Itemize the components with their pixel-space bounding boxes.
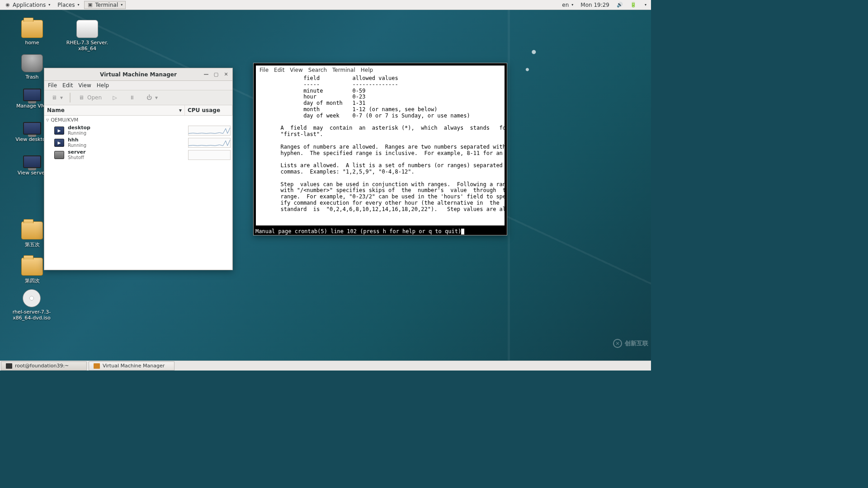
vmm-toolbar: 🖥▾ 🖥Open ▷ ⏸ ⏻▾ bbox=[44, 90, 232, 105]
volume-icon: 🔊 bbox=[617, 2, 623, 8]
icon-label: View server bbox=[18, 170, 47, 176]
vmm-body[interactable]: ▽ QEMU/KVM ▶desktopRunning▶hhhRunningser… bbox=[44, 116, 232, 270]
terminal-content[interactable]: field allowed values ----- -------------… bbox=[256, 75, 505, 225]
cursor-icon bbox=[461, 229, 464, 235]
battery-indicator[interactable]: 🔋 bbox=[627, 1, 639, 9]
clock-label: Mon 19:29 bbox=[580, 2, 609, 8]
taskbar-label: Virtual Machine Manager bbox=[103, 363, 165, 369]
open-label: Open bbox=[87, 94, 102, 101]
vm-thumb-icon: ▶ bbox=[54, 127, 64, 135]
screen-icon bbox=[23, 155, 41, 168]
panel-terminal-button[interactable]: ▣ Terminal ▾ bbox=[84, 1, 126, 9]
vmm-titlebar[interactable]: Virtual Machine Manager — ▢ ✕ bbox=[44, 68, 232, 81]
terminal-menubar: File Edit View Search Terminal Help bbox=[256, 66, 505, 75]
chevron-down-icon: ▾ bbox=[571, 3, 573, 7]
menu-search[interactable]: Search bbox=[308, 67, 327, 73]
screen-icon bbox=[23, 89, 41, 101]
vm-name: desktop bbox=[68, 125, 184, 131]
terminal-status: Manual page crontab(5) line 102 (press h… bbox=[254, 228, 507, 235]
icon-label: home bbox=[25, 40, 39, 46]
watermark: ✕ 创新互联 bbox=[613, 339, 648, 348]
vm-state: Shutoff bbox=[68, 155, 184, 160]
taskbar-terminal[interactable]: root@foundation39:~ bbox=[1, 361, 87, 371]
desktop-icon-rhel-drive[interactable]: RHEL-7.3 Server. x86_64 bbox=[62, 20, 112, 52]
col-cpu[interactable]: CPU usage bbox=[185, 105, 232, 115]
pause-icon: ⏸ bbox=[128, 94, 136, 101]
connection-row[interactable]: ▽ QEMU/KVM bbox=[44, 116, 232, 124]
vm-row[interactable]: serverShutoff bbox=[44, 149, 232, 161]
activities-icon: ◉ bbox=[5, 2, 11, 8]
icon-label: Manage VMs bbox=[16, 103, 48, 109]
clock[interactable]: Mon 19:29 bbox=[578, 1, 612, 9]
close-button[interactable]: ✕ bbox=[222, 70, 231, 79]
toolbar-separator bbox=[70, 93, 71, 103]
col-name-label: Name bbox=[47, 107, 65, 113]
volume-indicator[interactable]: 🔊 bbox=[614, 1, 626, 9]
maximize-button[interactable]: ▢ bbox=[212, 70, 221, 79]
icon-label: Trash bbox=[25, 74, 38, 80]
system-menu[interactable]: ▾ bbox=[641, 2, 649, 8]
new-vm-button[interactable]: 🖥▾ bbox=[47, 92, 66, 103]
vm-row[interactable]: ▶hhhRunning bbox=[44, 136, 232, 149]
vm-thumb-icon: ▶ bbox=[54, 139, 64, 147]
col-name[interactable]: Name▾ bbox=[44, 105, 185, 115]
vmm-title: Virtual Machine Manager bbox=[100, 71, 177, 78]
minimize-button[interactable]: — bbox=[202, 70, 211, 79]
screen-icon bbox=[23, 122, 41, 135]
folder-icon bbox=[21, 258, 43, 276]
applications-menu[interactable]: ◉ Applications ▾ bbox=[2, 1, 53, 9]
cpu-sparkline bbox=[188, 150, 231, 160]
terminal-window: File Edit View Search Terminal Help fiel… bbox=[253, 63, 507, 235]
vmm-column-headers: Name▾ CPU usage bbox=[44, 105, 232, 116]
terminal-icon: ▣ bbox=[87, 2, 94, 8]
menu-file[interactable]: File bbox=[259, 67, 269, 73]
vm-name: hhh bbox=[68, 137, 184, 143]
terminal-icon bbox=[6, 363, 12, 369]
chevron-down-icon: ▾ bbox=[179, 107, 182, 113]
vm-name: server bbox=[68, 150, 184, 155]
battery-icon: 🔋 bbox=[630, 2, 637, 8]
vm-info: serverShutoff bbox=[68, 150, 184, 160]
open-button[interactable]: 🖥Open bbox=[74, 92, 105, 103]
cpu-sparkline bbox=[188, 138, 231, 148]
menu-edit[interactable]: Edit bbox=[274, 67, 284, 73]
desktop[interactable]: home RHEL-7.3 Server. x86_64 Trash Manag… bbox=[0, 10, 651, 361]
icon-label: 第五次 bbox=[25, 242, 40, 248]
folder-icon bbox=[21, 20, 43, 38]
taskbar-vmm[interactable]: Virtual Machine Manager bbox=[89, 361, 175, 371]
desktop-icon-iso[interactable]: rhel-server-7.3-x86_64-dvd.iso bbox=[6, 289, 57, 321]
menu-edit[interactable]: Edit bbox=[62, 82, 73, 89]
play-icon: ▷ bbox=[111, 94, 119, 101]
vmm-icon bbox=[94, 363, 100, 369]
run-button[interactable]: ▷ bbox=[108, 92, 122, 103]
input-language[interactable]: en ▾ bbox=[559, 1, 576, 9]
menu-file[interactable]: File bbox=[48, 82, 57, 89]
chevron-down-icon: ▾ bbox=[155, 94, 158, 101]
vm-state: Running bbox=[68, 131, 184, 136]
desktop-icon-home[interactable]: home bbox=[12, 20, 52, 46]
terminal-status-text: Manual page crontab(5) line 102 (press h… bbox=[255, 228, 461, 235]
applications-label: Applications bbox=[13, 2, 46, 8]
places-menu[interactable]: Places ▾ bbox=[55, 1, 82, 9]
chevron-down-icon: ▾ bbox=[645, 3, 646, 7]
top-panel: ◉ Applications ▾ Places ▾ ▣ Terminal ▾ e… bbox=[0, 0, 651, 10]
menu-view[interactable]: View bbox=[78, 82, 91, 89]
vm-thumb-icon bbox=[54, 151, 64, 159]
col-cpu-label: CPU usage bbox=[188, 107, 220, 113]
trash-icon bbox=[21, 54, 43, 72]
shutdown-button[interactable]: ⏻▾ bbox=[142, 92, 161, 103]
menu-help[interactable]: Help bbox=[361, 67, 373, 73]
menu-view[interactable]: View bbox=[290, 67, 302, 73]
watermark-text: 创新互联 bbox=[625, 339, 648, 347]
vm-info: desktopRunning bbox=[68, 125, 184, 136]
menu-help[interactable]: Help bbox=[97, 82, 109, 89]
chevron-down-icon: ▾ bbox=[48, 3, 50, 7]
triangle-down-icon: ▽ bbox=[46, 118, 49, 122]
monitor-icon: 🖥 bbox=[77, 94, 85, 101]
pause-button[interactable]: ⏸ bbox=[125, 92, 139, 103]
menu-terminal[interactable]: Terminal bbox=[332, 67, 355, 73]
vm-row[interactable]: ▶desktopRunning bbox=[44, 124, 232, 136]
connection-label: QEMU/KVM bbox=[51, 117, 78, 123]
vmm-window: Virtual Machine Manager — ▢ ✕ File Edit … bbox=[44, 68, 233, 270]
chevron-down-icon: ▾ bbox=[121, 3, 123, 7]
